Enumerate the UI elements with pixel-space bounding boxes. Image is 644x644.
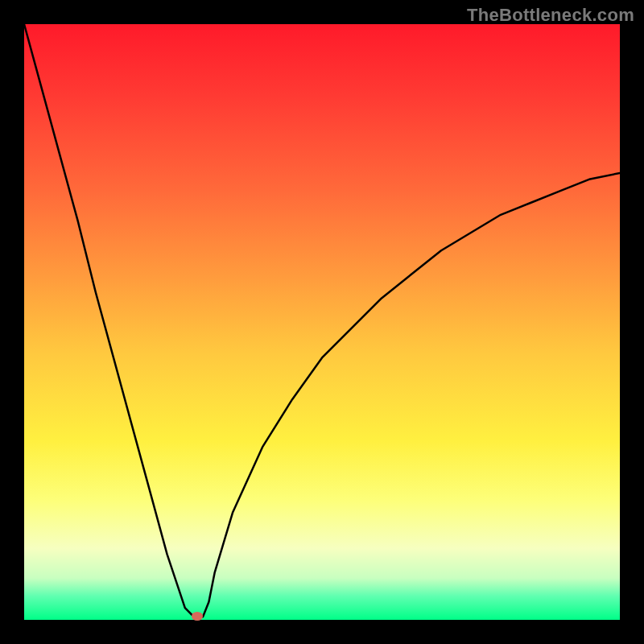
plot-area <box>24 24 620 620</box>
attribution-label: TheBottleneck.com <box>467 5 634 26</box>
min-marker <box>192 612 203 621</box>
curve-svg <box>24 24 620 620</box>
bottleneck-curve-path <box>24 24 620 617</box>
chart-container: TheBottleneck.com <box>0 0 644 644</box>
